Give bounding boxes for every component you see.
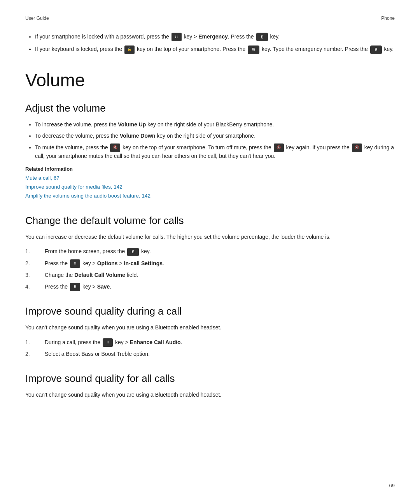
subsection-title-adjust: Adjust the volume — [25, 102, 395, 114]
step-4-save: 4. Press the ⁝⁝ key > Save. — [25, 283, 395, 291]
improve-call-steps: 1. During a call, press the ⁝⁝ key > Enh… — [25, 338, 395, 359]
page-header: User Guide Phone — [25, 16, 395, 21]
improve-call-desc: You can't change sound quality when you … — [25, 324, 395, 332]
mute-icon-1: 🔇 — [110, 144, 120, 152]
step-3-field: 3. Change the Default Call Volume field. — [25, 271, 395, 280]
related-info-label: Related information — [25, 166, 395, 172]
grid-icon-1: ⁝⁝ — [172, 33, 182, 41]
improve-step-2: 2. Select a Boost Bass or Boost Treble o… — [25, 350, 395, 359]
change-default-steps: 1. From the home screen, press the ⎘ key… — [25, 247, 395, 291]
section-adjust-volume: Adjust the volume To increase the volume… — [25, 102, 395, 201]
bullet-increase-volume: To increase the volume, press the Volume… — [35, 121, 395, 129]
phone-icon-step1: ⎘ — [127, 248, 139, 256]
related-link-improve-media[interactable]: Improve sound quality for media files, 1… — [25, 183, 395, 192]
phone-icon-3: ⎘ — [370, 46, 382, 54]
section-improve-sound-all: Improve sound quality for all calls You … — [25, 373, 395, 399]
step-2-options: 2. Press the ⁝⁝ key > Options > In-call … — [25, 259, 395, 268]
intro-bullet-1: If your smartphone is locked with a pass… — [35, 33, 395, 41]
mute-icon-2: 🔇 — [274, 144, 284, 152]
page-footer: 69 — [389, 483, 395, 488]
related-link-amplify[interactable]: Amplify the volume using the audio boost… — [25, 192, 395, 201]
subsection-title-improve-all: Improve sound quality for all calls — [25, 373, 395, 385]
grid-icon-step4: ⁝⁝ — [70, 283, 80, 291]
grid-icon-improve1: ⁝⁝ — [103, 338, 113, 347]
section-change-default-volume: Change the default volume for calls You … — [25, 215, 395, 291]
subsection-title-improve-call: Improve sound quality during a call — [25, 305, 395, 317]
bullet-decrease-volume: To decrease the volume, press the Volume… — [35, 132, 395, 140]
grid-icon-step2: ⁝⁝ — [70, 259, 80, 268]
phone-icon-2: ⎘ — [248, 46, 259, 54]
header-left: User Guide — [25, 16, 49, 21]
subsection-title-change-default: Change the default volume for calls — [25, 215, 395, 227]
lock-icon-1: 🔒 — [124, 46, 135, 54]
change-default-desc: You can increase or decrease the default… — [25, 233, 395, 242]
header-right: Phone — [381, 16, 395, 21]
step-1-home: 1. From the home screen, press the ⎘ key… — [25, 247, 395, 256]
main-title: Volume — [25, 70, 395, 91]
improve-all-desc: You can't change sound quality when you … — [25, 391, 395, 399]
improve-step-1: 1. During a call, press the ⁝⁝ key > Enh… — [25, 338, 395, 347]
adjust-volume-bullets: To increase the volume, press the Volume… — [25, 121, 395, 161]
page-number: 69 — [389, 483, 395, 488]
intro-bullet-2: If your keyboard is locked, press the 🔒 … — [35, 45, 395, 54]
mute-icon-3: 🔇 — [352, 144, 362, 152]
related-info-adjust: Related information Mute a call, 67 Impr… — [25, 166, 395, 201]
phone-icon-1: ⎘ — [256, 33, 268, 41]
section-improve-sound-call: Improve sound quality during a call You … — [25, 305, 395, 359]
bullet-mute-volume: To mute the volume, press the 🔇 key on t… — [35, 144, 395, 161]
intro-section: If your smartphone is locked with a pass… — [25, 33, 395, 54]
related-link-mute-call[interactable]: Mute a call, 67 — [25, 174, 395, 183]
